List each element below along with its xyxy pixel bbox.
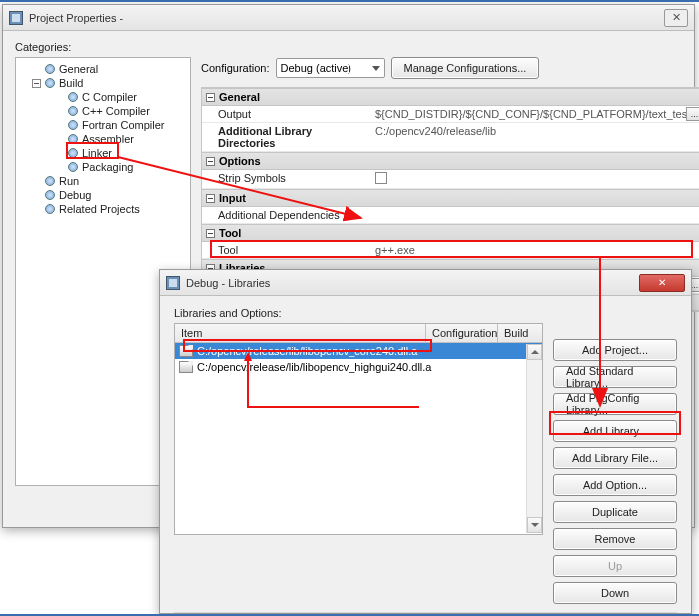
tree-item-build[interactable]: Build xyxy=(59,77,83,89)
remove-button[interactable]: Remove xyxy=(553,528,677,550)
add-pkgconfig-library-button[interactable]: Add PkgConfig Library... xyxy=(553,393,677,415)
add-library-button[interactable]: Add Library... xyxy=(553,420,677,442)
tree-item-run[interactable]: Run xyxy=(59,175,79,187)
configuration-label: Configuration: xyxy=(201,62,270,74)
group-general: General xyxy=(219,91,260,103)
list-item[interactable]: C:/opencv/release/lib/libopencv_core240.… xyxy=(175,343,542,359)
globe-icon xyxy=(45,176,55,186)
globe-icon xyxy=(68,92,78,102)
col-build[interactable]: Build xyxy=(498,324,542,342)
close-icon[interactable]: ✕ xyxy=(664,9,688,27)
col-item[interactable]: Item xyxy=(175,324,426,342)
up-button[interactable]: Up xyxy=(553,555,677,577)
col-configuration[interactable]: Configuration xyxy=(426,324,498,342)
scrollbar[interactable] xyxy=(526,344,542,533)
tree-item-debug[interactable]: Debug xyxy=(59,189,91,201)
tree-item-linker[interactable]: Linker xyxy=(82,147,112,159)
collapse-icon[interactable] xyxy=(206,93,215,102)
checkbox-icon[interactable] xyxy=(375,172,387,184)
group-input: Input xyxy=(219,192,246,204)
prop-strip-label: Strip Symbols xyxy=(202,170,371,188)
add-project-button[interactable]: Add Project... xyxy=(553,339,677,361)
tree-item-cpp-compiler[interactable]: C++ Compiler xyxy=(82,105,150,117)
file-icon xyxy=(179,361,193,373)
tree-item-fortran-compiler[interactable]: Fortran Compiler xyxy=(82,119,165,131)
file-icon xyxy=(179,345,193,357)
prop-addldeps-label: Additional Dependencies xyxy=(202,207,371,223)
categories-label: Categories: xyxy=(15,41,191,53)
globe-icon xyxy=(45,190,55,200)
group-tool: Tool xyxy=(219,227,241,239)
add-standard-library-button[interactable]: Add Standard Library... xyxy=(553,366,677,388)
collapse-icon[interactable] xyxy=(32,79,41,88)
debug-libraries-window: Debug - Libraries ✕ Libraries and Option… xyxy=(159,269,692,614)
manage-configurations-button[interactable]: Manage Configurations... xyxy=(391,57,540,79)
collapse-icon[interactable] xyxy=(206,229,215,238)
globe-icon xyxy=(45,78,55,88)
add-option-button[interactable]: Add Option... xyxy=(553,474,677,496)
scroll-down-icon[interactable] xyxy=(527,517,542,533)
window-title: Debug - Libraries xyxy=(186,277,635,289)
globe-icon xyxy=(68,120,78,130)
tree-item-packaging[interactable]: Packaging xyxy=(82,161,133,173)
libraries-options-label: Libraries and Options: xyxy=(174,308,677,319)
globe-icon xyxy=(45,64,55,74)
tree-item-assembler[interactable]: Assembler xyxy=(82,133,134,145)
globe-icon xyxy=(45,204,55,214)
prop-output-label: Output xyxy=(202,106,371,122)
tree-item-c-compiler[interactable]: C Compiler xyxy=(82,91,137,103)
group-options: Options xyxy=(219,155,261,167)
prop-output-value[interactable]: ${CND_DISTDIR}/${CND_CONF}/${CND_PLATFOR… xyxy=(371,106,699,122)
tree-item-general[interactable]: General xyxy=(59,63,98,75)
app-icon xyxy=(166,276,180,290)
globe-icon xyxy=(68,106,78,116)
globe-icon xyxy=(68,134,78,144)
down-button[interactable]: Down xyxy=(553,582,677,604)
prop-addlibdirs-label: Additional Library Directories xyxy=(202,123,371,151)
list-header: Item Configuration Build xyxy=(175,324,542,343)
libraries-list[interactable]: Item Configuration Build C:/opencv/relea… xyxy=(174,323,543,535)
prop-addlibdirs-value[interactable]: C:/opencv240/release/lib xyxy=(371,123,699,151)
chevron-down-icon xyxy=(372,66,380,71)
add-library-file-button[interactable]: Add Library File... xyxy=(553,447,677,469)
list-item[interactable]: C:/opencv/release/lib/libopencv_highgui2… xyxy=(175,359,542,375)
prop-addldeps-value[interactable] xyxy=(371,207,699,223)
titlebar[interactable]: Debug - Libraries ✕ xyxy=(160,270,691,296)
browse-button[interactable]: ... xyxy=(686,107,699,121)
globe-icon xyxy=(68,148,78,158)
collapse-icon[interactable] xyxy=(206,194,215,203)
prop-tool-value[interactable]: g++.exe xyxy=(371,242,699,258)
collapse-icon[interactable] xyxy=(206,157,215,166)
globe-icon xyxy=(68,162,78,172)
configuration-combo[interactable]: Debug (active) xyxy=(276,58,385,78)
titlebar[interactable]: Project Properties - ✕ xyxy=(3,5,694,31)
tree-item-related-projects[interactable]: Related Projects xyxy=(59,203,140,215)
close-icon[interactable]: ✕ xyxy=(639,274,685,292)
prop-strip-value[interactable] xyxy=(371,170,699,188)
duplicate-button[interactable]: Duplicate xyxy=(553,501,677,523)
app-icon xyxy=(9,11,23,25)
prop-tool-label: Tool xyxy=(202,242,371,258)
scroll-up-icon[interactable] xyxy=(527,344,542,360)
window-title: Project Properties - xyxy=(29,12,660,24)
